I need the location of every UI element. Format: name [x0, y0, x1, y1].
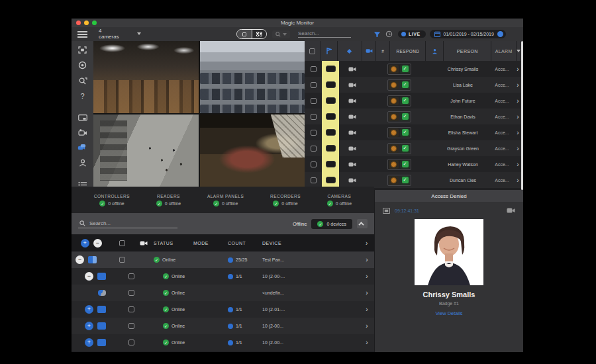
camera-icon[interactable]	[348, 98, 356, 104]
status-column-header[interactable]: STATUS	[154, 241, 193, 246]
row-checkbox[interactable]	[311, 130, 317, 136]
menu-icon[interactable]	[77, 30, 87, 39]
camera-tile-parking-lot[interactable]	[200, 41, 305, 113]
cameras-icon[interactable]	[77, 144, 87, 152]
event-row[interactable]: ✓ Ethan Davis Acce... ›	[305, 109, 523, 124]
device-expand-chevron[interactable]: ›	[360, 339, 374, 346]
device-row[interactable]: + ✓Online 1/1 10 (2-00... ›	[72, 334, 374, 351]
event-row[interactable]: ✓ Lisa Lake Acce... ›	[305, 77, 523, 93]
event-row[interactable]: ✓ John Future Acce... ›	[305, 93, 523, 109]
offline-devices-pill[interactable]: ✓ 0 devices	[311, 219, 352, 229]
camera-icon[interactable]	[348, 66, 356, 72]
count-column-header[interactable]: COUNT	[228, 241, 262, 246]
people-icon[interactable]	[77, 159, 87, 167]
recorder-icon[interactable]	[77, 129, 87, 136]
camera-search-button[interactable]	[272, 30, 290, 38]
acknowledge-button[interactable]	[389, 81, 399, 89]
history-icon[interactable]	[385, 30, 393, 38]
event-table-scrollbar[interactable]	[521, 41, 523, 190]
clear-button[interactable]: ✓	[400, 113, 410, 121]
mode-column-header[interactable]: MODE	[193, 241, 228, 246]
row-checkbox[interactable]	[311, 98, 317, 104]
ptz-search-icon[interactable]	[77, 77, 87, 85]
expand-node-button[interactable]: +	[85, 322, 93, 330]
camera-layout-select[interactable]: 4 cameras	[96, 26, 144, 42]
expand-all-button[interactable]: +	[81, 239, 89, 248]
date-toggle-knob[interactable]	[497, 31, 503, 37]
device-checkbox[interactable]	[128, 306, 134, 312]
event-expand-chevron[interactable]: ›	[515, 156, 521, 172]
clear-button[interactable]: ✓	[400, 176, 410, 185]
acknowledge-button[interactable]	[389, 113, 399, 121]
camera-tile-backroom[interactable]	[93, 114, 199, 187]
camera-column-header[interactable]	[362, 41, 375, 61]
camera-icon[interactable]	[348, 146, 356, 152]
priority-column-header[interactable]	[338, 41, 362, 61]
collapse-all-button[interactable]: −	[93, 239, 102, 248]
collapse-node-button[interactable]: −	[75, 255, 84, 264]
single-view-button[interactable]	[237, 30, 252, 38]
event-expand-chevron[interactable]: ›	[515, 93, 521, 109]
row-checkbox[interactable]	[311, 114, 317, 120]
search-input[interactable]: Search...	[298, 30, 351, 38]
device-expand-chevron[interactable]: ›	[360, 322, 374, 330]
device-expand-chevron[interactable]: ›	[360, 306, 374, 313]
event-expand-chevron[interactable]: ›	[515, 124, 521, 140]
camera-tile-store[interactable]	[200, 114, 305, 187]
camera-icon[interactable]	[348, 130, 356, 136]
row-checkbox[interactable]	[311, 82, 317, 88]
camera-icon[interactable]	[348, 177, 356, 183]
fullscreen-icon[interactable]	[77, 46, 87, 54]
device-checkbox[interactable]	[128, 323, 134, 329]
device-checkbox[interactable]	[128, 340, 134, 345]
camera-icon[interactable]	[348, 114, 356, 120]
video-wall-icon[interactable]	[77, 114, 87, 122]
expand-node-button[interactable]: +	[85, 305, 93, 314]
date-range-picker[interactable]: 01/01/2019 - 02/15/2019	[430, 30, 506, 38]
clear-button[interactable]: ✓	[400, 97, 410, 105]
clear-button[interactable]: ✓	[400, 65, 410, 73]
device-search-input[interactable]: Search...	[78, 219, 177, 228]
device-row[interactable]: − ✓Online 1/1 10 (2-00-... ›	[72, 268, 374, 285]
count-column-header[interactable]: #	[376, 41, 389, 61]
device-row[interactable]: + ✓Online 1/1 10 (2-00... ›	[72, 318, 374, 334]
alarm-column-header[interactable]: ALARM	[491, 41, 516, 61]
event-row[interactable]: ✓ Harley Watson Acce... ›	[305, 156, 523, 172]
device-row[interactable]: + ✓Online 1/1 10 (2-01-... ›	[72, 301, 374, 318]
device-row[interactable]: ✓Online <undefin... ›	[72, 285, 374, 301]
device-expand-chevron[interactable]: ›	[360, 256, 374, 263]
header-chevron[interactable]: ›	[360, 240, 374, 247]
device-expand-chevron[interactable]: ›	[360, 273, 374, 280]
device-expand-chevron[interactable]: ›	[360, 289, 374, 296]
clear-button[interactable]: ✓	[400, 160, 410, 169]
row-checkbox[interactable]	[311, 161, 317, 167]
event-row[interactable]: ✓ Grayson Green Acce... ›	[305, 140, 523, 156]
collapse-node-button[interactable]: −	[85, 272, 93, 281]
clear-button[interactable]: ✓	[400, 128, 410, 137]
filter-icon[interactable]	[373, 31, 381, 38]
acknowledge-button[interactable]	[389, 144, 399, 153]
row-checkbox[interactable]	[311, 177, 317, 183]
collapse-panel-button[interactable]	[357, 219, 368, 228]
event-expand-chevron[interactable]: ›	[515, 109, 521, 124]
acknowledge-button[interactable]	[389, 128, 399, 137]
camera-icon[interactable]	[507, 207, 515, 214]
event-expand-chevron[interactable]: ›	[515, 77, 521, 93]
person-column-header[interactable]: PERSON	[444, 41, 491, 61]
device-checkbox[interactable]	[128, 290, 134, 296]
device-checkbox[interactable]	[128, 273, 134, 279]
person-icon-column-header[interactable]	[426, 41, 443, 61]
acknowledge-button[interactable]	[389, 160, 399, 169]
view-details-link[interactable]: View Details	[375, 310, 523, 316]
record-icon[interactable]	[77, 61, 87, 69]
device-column-header[interactable]: DEVICE	[262, 241, 360, 246]
event-expand-chevron[interactable]: ›	[515, 61, 521, 77]
event-row[interactable]: ✓ Elisha Stewart Acce... ›	[305, 124, 523, 140]
acknowledge-button[interactable]	[389, 97, 399, 105]
event-expand-chevron[interactable]: ›	[515, 140, 521, 156]
camera-icon[interactable]	[348, 161, 356, 167]
select-all-checkbox[interactable]	[305, 41, 321, 61]
more-columns-header[interactable]	[517, 41, 521, 61]
grid-view-button[interactable]	[252, 30, 266, 38]
event-row[interactable]: ✓ Chrissy Smalls Acce... ›	[305, 61, 523, 77]
